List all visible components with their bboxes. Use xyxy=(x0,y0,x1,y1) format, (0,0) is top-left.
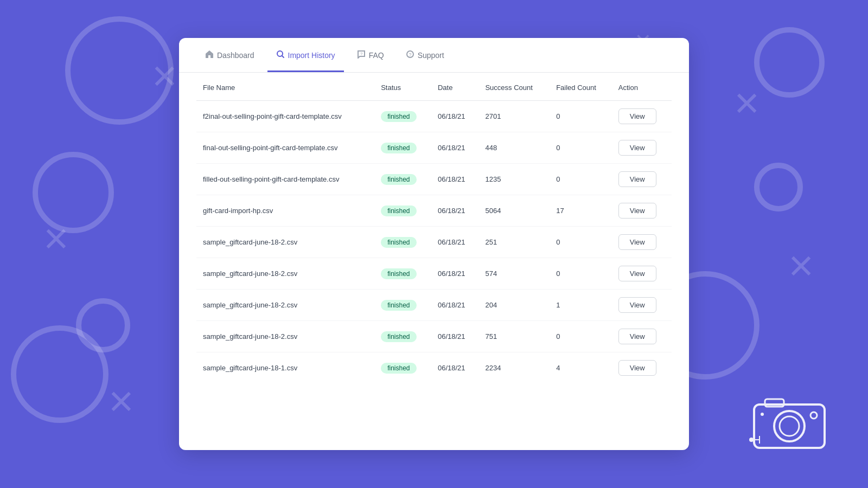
row-7-file-name: sample_giftcard-june-18-2.csv xyxy=(196,321,374,352)
row-5-failed-count: 0 xyxy=(550,258,612,290)
table-container: File NameStatusDateSuccess CountFailed C… xyxy=(179,73,689,401)
tab-support[interactable]: ?Support xyxy=(397,38,453,72)
row-0-file-name: f2inal-out-selling-point-gift-card-templ… xyxy=(196,101,374,132)
row-7-view-button[interactable]: View xyxy=(618,329,656,344)
row-3-date: 06/18/21 xyxy=(431,195,479,227)
row-4-failed-count: 0 xyxy=(550,227,612,258)
row-1-file-name: final-out-selling-point-gift-card-templa… xyxy=(196,132,374,164)
row-2-view-button[interactable]: View xyxy=(618,171,656,187)
table-row: sample_giftcard-june-18-2.csvfinished06/… xyxy=(196,258,672,290)
row-7-failed-count: 0 xyxy=(550,321,612,352)
col-header-status: Status xyxy=(374,73,431,101)
status-badge: finished xyxy=(381,363,416,374)
row-8-file-name: sample_giftcard-june-18-1.csv xyxy=(196,352,374,384)
status-badge: finished xyxy=(381,237,416,248)
row-4-date: 06/18/21 xyxy=(431,227,479,258)
row-2-success-count: 1235 xyxy=(478,164,550,195)
tab-support-label: Support xyxy=(418,51,444,60)
tab-faq[interactable]: ?FAQ xyxy=(348,38,393,72)
row-7-status: finished xyxy=(374,321,431,352)
svg-point-2 xyxy=(780,416,799,436)
row-5-action: View xyxy=(612,258,672,290)
camera-decoration xyxy=(749,388,835,455)
main-card: DashboardImport History?FAQ?Support File… xyxy=(179,38,689,450)
row-3-status: finished xyxy=(374,195,431,227)
row-5-date: 06/18/21 xyxy=(431,258,479,290)
row-6-file-name: sample_giftcard-june-18-2.csv xyxy=(196,290,374,321)
table-row: gift-card-import-hp.csvfinished06/18/215… xyxy=(196,195,672,227)
row-8-date: 06/18/21 xyxy=(431,352,479,384)
row-0-failed-count: 0 xyxy=(550,101,612,132)
row-6-status: finished xyxy=(374,290,431,321)
row-1-date: 06/18/21 xyxy=(431,132,479,164)
row-8-status: finished xyxy=(374,352,431,384)
row-5-success-count: 574 xyxy=(478,258,550,290)
status-badge: finished xyxy=(381,111,416,122)
row-7-success-count: 751 xyxy=(478,321,550,352)
row-6-failed-count: 1 xyxy=(550,290,612,321)
row-3-file-name: gift-card-import-hp.csv xyxy=(196,195,374,227)
row-1-success-count: 448 xyxy=(478,132,550,164)
col-header-failed-count: Failed Count xyxy=(550,73,612,101)
row-3-failed-count: 17 xyxy=(550,195,612,227)
status-badge: finished xyxy=(381,268,416,279)
table-row: sample_giftcard-june-18-2.csvfinished06/… xyxy=(196,227,672,258)
row-1-failed-count: 0 xyxy=(550,132,612,164)
row-6-action: View xyxy=(612,290,672,321)
row-1-action: View xyxy=(612,132,672,164)
row-0-action: View xyxy=(612,101,672,132)
tab-import-history[interactable]: Import History xyxy=(267,38,344,72)
row-4-success-count: 251 xyxy=(478,227,550,258)
svg-point-6 xyxy=(749,438,754,442)
row-1-view-button[interactable]: View xyxy=(618,140,656,156)
svg-rect-3 xyxy=(765,399,784,407)
row-8-success-count: 2234 xyxy=(478,352,550,384)
tab-import-history-label: Import History xyxy=(288,51,335,60)
table-row: filled-out-selling-point-gift-card-templ… xyxy=(196,164,672,195)
svg-rect-0 xyxy=(754,404,825,448)
col-header-date: Date xyxy=(431,73,479,101)
row-3-success-count: 5064 xyxy=(478,195,550,227)
tab-faq-label: FAQ xyxy=(369,51,384,60)
table-row: final-out-selling-point-gift-card-templa… xyxy=(196,132,672,164)
row-3-action: View xyxy=(612,195,672,227)
svg-point-4 xyxy=(810,412,817,419)
support-icon: ? xyxy=(406,50,414,61)
row-2-status: finished xyxy=(374,164,431,195)
col-header-file-name: File Name xyxy=(196,73,374,101)
status-badge: finished xyxy=(381,206,416,216)
row-5-file-name: sample_giftcard-june-18-2.csv xyxy=(196,258,374,290)
dashboard-icon xyxy=(205,50,214,61)
col-header-success-count: Success Count xyxy=(478,73,550,101)
row-0-view-button[interactable]: View xyxy=(618,108,656,124)
tab-dashboard[interactable]: Dashboard xyxy=(196,38,263,72)
svg-line-10 xyxy=(282,56,284,58)
row-4-action: View xyxy=(612,227,672,258)
row-8-failed-count: 4 xyxy=(550,352,612,384)
faq-icon: ? xyxy=(357,50,366,61)
row-5-view-button[interactable]: View xyxy=(618,266,656,281)
svg-point-5 xyxy=(761,413,764,416)
row-0-success-count: 2701 xyxy=(478,101,550,132)
row-3-view-button[interactable]: View xyxy=(618,203,656,219)
row-2-failed-count: 0 xyxy=(550,164,612,195)
svg-text:?: ? xyxy=(360,52,363,56)
tab-dashboard-label: Dashboard xyxy=(217,51,254,60)
table-row: f2inal-out-selling-point-gift-card-templ… xyxy=(196,101,672,132)
row-2-date: 06/18/21 xyxy=(431,164,479,195)
row-4-file-name: sample_giftcard-june-18-2.csv xyxy=(196,227,374,258)
table-row: sample_giftcard-june-18-2.csvfinished06/… xyxy=(196,290,672,321)
row-1-status: finished xyxy=(374,132,431,164)
row-4-view-button[interactable]: View xyxy=(618,234,656,250)
row-8-action: View xyxy=(612,352,672,384)
row-6-success-count: 204 xyxy=(478,290,550,321)
row-8-view-button[interactable]: View xyxy=(618,360,656,376)
row-6-view-button[interactable]: View xyxy=(618,297,656,313)
row-7-date: 06/18/21 xyxy=(431,321,479,352)
row-0-date: 06/18/21 xyxy=(431,101,479,132)
import-history-icon xyxy=(276,50,285,61)
table-row: sample_giftcard-june-18-1.csvfinished06/… xyxy=(196,352,672,384)
row-7-action: View xyxy=(612,321,672,352)
status-badge: finished xyxy=(381,174,416,185)
row-6-date: 06/18/21 xyxy=(431,290,479,321)
